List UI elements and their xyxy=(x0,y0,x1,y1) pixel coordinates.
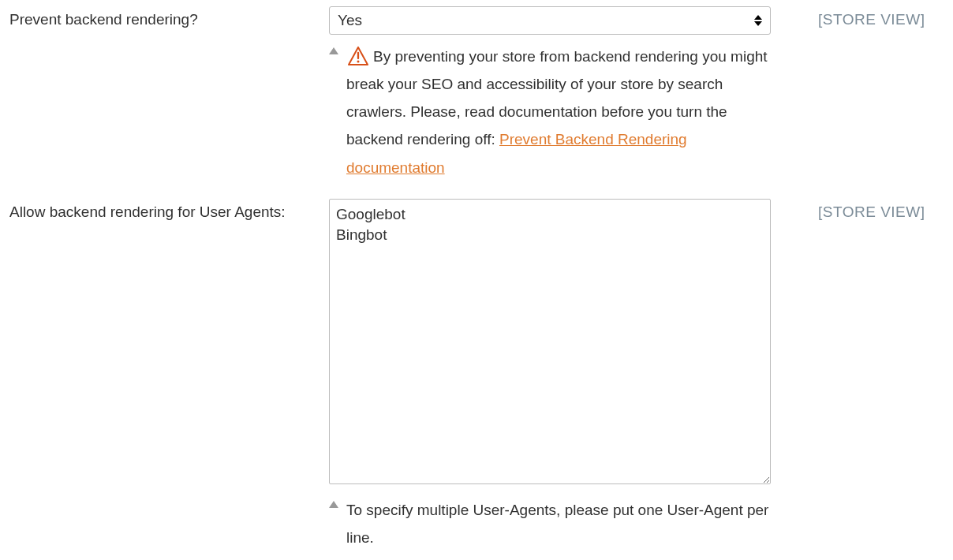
warning-text: By preventing your store from backend re… xyxy=(346,43,771,181)
label-prevent-backend-rendering: Prevent backend rendering? xyxy=(9,6,329,28)
scope-label-agents: [STORE VIEW] xyxy=(779,199,944,221)
agents-hint-text: To specify multiple User-Agents, please … xyxy=(346,496,771,551)
caret-up-icon xyxy=(329,501,338,508)
textarea-user-agents[interactable] xyxy=(329,199,771,484)
select-value: Yes xyxy=(338,12,362,29)
svg-point-2 xyxy=(357,61,360,63)
field-allow-user-agents: Allow backend rendering for User Agents:… xyxy=(9,199,944,551)
select-prevent-backend-rendering[interactable]: Yes xyxy=(329,6,771,35)
warning-triangle-icon xyxy=(348,47,368,65)
agents-hint-block: To specify multiple User-Agents, please … xyxy=(329,496,771,551)
scope-label-prevent: [STORE VIEW] xyxy=(779,6,944,28)
control-col-agents: To specify multiple User-Agents, please … xyxy=(329,199,779,551)
select-arrows-icon xyxy=(754,15,762,26)
warning-block: By preventing your store from backend re… xyxy=(329,43,771,181)
field-prevent-backend-rendering: Prevent backend rendering? Yes By preven… xyxy=(9,6,944,181)
caret-up-icon xyxy=(329,47,338,54)
control-col-prevent: Yes By preventing your store from backen… xyxy=(329,6,779,181)
label-allow-user-agents: Allow backend rendering for User Agents: xyxy=(9,199,329,221)
